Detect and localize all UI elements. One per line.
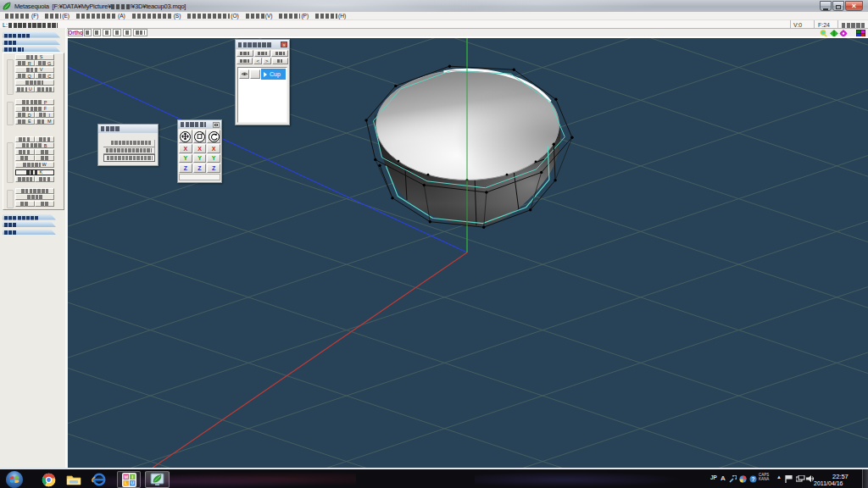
svg-text:M: M xyxy=(124,474,128,479)
svg-text:U: U xyxy=(131,480,134,485)
svg-text:?: ? xyxy=(752,476,755,482)
